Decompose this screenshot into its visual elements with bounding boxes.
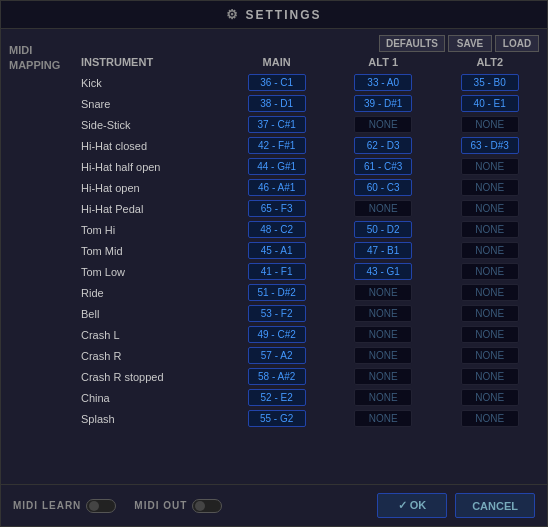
midi-value-alt2[interactable]: NONE bbox=[461, 284, 519, 301]
cell-main[interactable]: 58 - A#2 bbox=[223, 366, 330, 387]
cell-main[interactable]: 41 - F1 bbox=[223, 261, 330, 282]
cancel-button[interactable]: CANCEL bbox=[455, 493, 535, 518]
cell-alt2[interactable]: 63 - D#3 bbox=[436, 135, 543, 156]
cell-main[interactable]: 46 - A#1 bbox=[223, 177, 330, 198]
save-button[interactable]: SAVE bbox=[448, 35, 492, 52]
midi-value-main[interactable]: 48 - C2 bbox=[248, 221, 306, 238]
midi-value-alt1[interactable]: 33 - A0 bbox=[354, 74, 412, 91]
midi-value-main[interactable]: 53 - F2 bbox=[248, 305, 306, 322]
midi-value-main[interactable]: 55 - G2 bbox=[248, 410, 306, 427]
midi-value-alt1[interactable]: NONE bbox=[354, 326, 412, 343]
cell-alt2[interactable]: NONE bbox=[436, 261, 543, 282]
midi-out-toggle[interactable] bbox=[192, 499, 222, 513]
midi-value-main[interactable]: 42 - F#1 bbox=[248, 137, 306, 154]
midi-value-alt2[interactable]: 35 - B0 bbox=[461, 74, 519, 91]
cell-main[interactable]: 38 - D1 bbox=[223, 93, 330, 114]
midi-value-alt2[interactable]: 40 - E1 bbox=[461, 95, 519, 112]
cell-alt2[interactable]: NONE bbox=[436, 156, 543, 177]
midi-learn-toggle[interactable] bbox=[86, 499, 116, 513]
cell-alt1[interactable]: NONE bbox=[330, 345, 437, 366]
midi-value-alt2[interactable]: NONE bbox=[461, 221, 519, 238]
cell-alt1[interactable]: NONE bbox=[330, 198, 437, 219]
cell-main[interactable]: 48 - C2 bbox=[223, 219, 330, 240]
cell-alt1[interactable]: 61 - C#3 bbox=[330, 156, 437, 177]
midi-value-main[interactable]: 36 - C1 bbox=[248, 74, 306, 91]
midi-value-alt2[interactable]: NONE bbox=[461, 200, 519, 217]
cell-main[interactable]: 57 - A2 bbox=[223, 345, 330, 366]
midi-table-container[interactable]: INSTRUMENT MAIN ALT 1 ALT2 Kick36 - C133… bbox=[81, 54, 547, 484]
midi-value-alt1[interactable]: NONE bbox=[354, 410, 412, 427]
cell-alt2[interactable]: 35 - B0 bbox=[436, 72, 543, 93]
midi-value-main[interactable]: 57 - A2 bbox=[248, 347, 306, 364]
midi-value-main[interactable]: 38 - D1 bbox=[248, 95, 306, 112]
cell-alt1[interactable]: NONE bbox=[330, 303, 437, 324]
midi-value-alt2[interactable]: 63 - D#3 bbox=[461, 137, 519, 154]
midi-value-alt2[interactable]: NONE bbox=[461, 305, 519, 322]
cell-alt1[interactable]: NONE bbox=[330, 324, 437, 345]
midi-value-alt2[interactable]: NONE bbox=[461, 263, 519, 280]
cell-main[interactable]: 37 - C#1 bbox=[223, 114, 330, 135]
midi-value-alt2[interactable]: NONE bbox=[461, 347, 519, 364]
cell-alt1[interactable]: NONE bbox=[330, 366, 437, 387]
cell-alt2[interactable]: NONE bbox=[436, 177, 543, 198]
midi-value-alt1[interactable]: NONE bbox=[354, 284, 412, 301]
cell-alt2[interactable]: NONE bbox=[436, 198, 543, 219]
midi-value-alt1[interactable]: 50 - D2 bbox=[354, 221, 412, 238]
midi-value-alt2[interactable]: NONE bbox=[461, 389, 519, 406]
midi-value-alt2[interactable]: NONE bbox=[461, 410, 519, 427]
midi-value-main[interactable]: 45 - A1 bbox=[248, 242, 306, 259]
cell-alt2[interactable]: NONE bbox=[436, 114, 543, 135]
cell-alt2[interactable]: NONE bbox=[436, 408, 543, 429]
midi-value-alt1[interactable]: 47 - B1 bbox=[354, 242, 412, 259]
midi-value-main[interactable]: 46 - A#1 bbox=[248, 179, 306, 196]
cell-alt1[interactable]: 33 - A0 bbox=[330, 72, 437, 93]
cell-main[interactable]: 45 - A1 bbox=[223, 240, 330, 261]
cell-main[interactable]: 44 - G#1 bbox=[223, 156, 330, 177]
midi-value-main[interactable]: 58 - A#2 bbox=[248, 368, 306, 385]
cell-alt2[interactable]: 40 - E1 bbox=[436, 93, 543, 114]
cell-main[interactable]: 65 - F3 bbox=[223, 198, 330, 219]
cell-main[interactable]: 42 - F#1 bbox=[223, 135, 330, 156]
midi-value-alt1[interactable]: 61 - C#3 bbox=[354, 158, 412, 175]
midi-value-main[interactable]: 49 - C#2 bbox=[248, 326, 306, 343]
cell-main[interactable]: 49 - C#2 bbox=[223, 324, 330, 345]
load-button[interactable]: LOAD bbox=[495, 35, 539, 52]
midi-value-alt1[interactable]: 39 - D#1 bbox=[354, 95, 412, 112]
cell-alt2[interactable]: NONE bbox=[436, 303, 543, 324]
midi-value-main[interactable]: 51 - D#2 bbox=[248, 284, 306, 301]
cell-alt1[interactable]: 47 - B1 bbox=[330, 240, 437, 261]
midi-value-main[interactable]: 44 - G#1 bbox=[248, 158, 306, 175]
midi-value-alt1[interactable]: NONE bbox=[354, 305, 412, 322]
cell-alt1[interactable]: NONE bbox=[330, 408, 437, 429]
cell-alt2[interactable]: NONE bbox=[436, 282, 543, 303]
midi-value-main[interactable]: 52 - E2 bbox=[248, 389, 306, 406]
midi-value-alt1[interactable]: 43 - G1 bbox=[354, 263, 412, 280]
midi-value-alt2[interactable]: NONE bbox=[461, 242, 519, 259]
cell-alt1[interactable]: NONE bbox=[330, 282, 437, 303]
midi-value-alt1[interactable]: 62 - D3 bbox=[354, 137, 412, 154]
midi-value-main[interactable]: 41 - F1 bbox=[248, 263, 306, 280]
midi-value-alt2[interactable]: NONE bbox=[461, 116, 519, 133]
cell-alt2[interactable]: NONE bbox=[436, 387, 543, 408]
midi-value-alt1[interactable]: NONE bbox=[354, 368, 412, 385]
cell-alt1[interactable]: NONE bbox=[330, 387, 437, 408]
cell-alt1[interactable]: NONE bbox=[330, 114, 437, 135]
cell-alt2[interactable]: NONE bbox=[436, 240, 543, 261]
midi-value-alt2[interactable]: NONE bbox=[461, 326, 519, 343]
cell-alt2[interactable]: NONE bbox=[436, 366, 543, 387]
cell-alt1[interactable]: 43 - G1 bbox=[330, 261, 437, 282]
midi-value-main[interactable]: 65 - F3 bbox=[248, 200, 306, 217]
cell-alt2[interactable]: NONE bbox=[436, 219, 543, 240]
cell-alt1[interactable]: 50 - D2 bbox=[330, 219, 437, 240]
cell-main[interactable]: 36 - C1 bbox=[223, 72, 330, 93]
cell-alt2[interactable]: NONE bbox=[436, 324, 543, 345]
cell-main[interactable]: 55 - G2 bbox=[223, 408, 330, 429]
cell-alt2[interactable]: NONE bbox=[436, 345, 543, 366]
cell-main[interactable]: 51 - D#2 bbox=[223, 282, 330, 303]
cell-alt1[interactable]: 39 - D#1 bbox=[330, 93, 437, 114]
ok-button[interactable]: ✓ OK bbox=[377, 493, 448, 518]
cell-alt1[interactable]: 62 - D3 bbox=[330, 135, 437, 156]
midi-value-main[interactable]: 37 - C#1 bbox=[248, 116, 306, 133]
midi-value-alt2[interactable]: NONE bbox=[461, 368, 519, 385]
midi-value-alt1[interactable]: NONE bbox=[354, 200, 412, 217]
